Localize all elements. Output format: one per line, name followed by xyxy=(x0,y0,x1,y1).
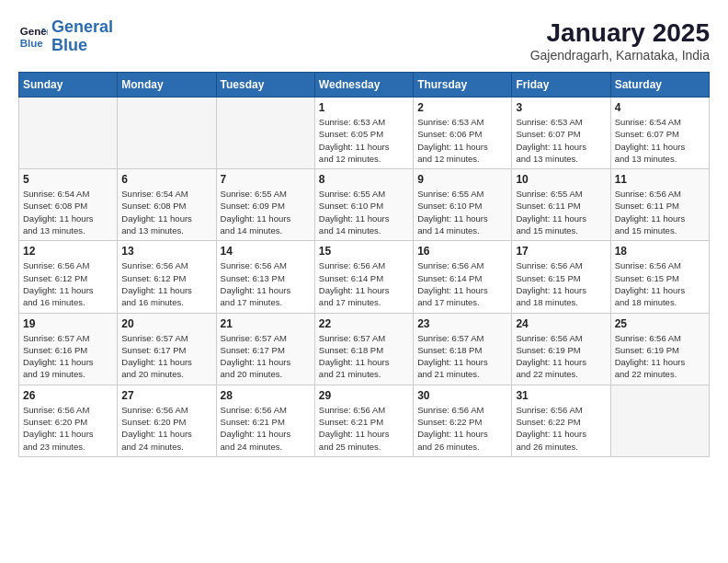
weekday-header-sunday: Sunday xyxy=(19,73,118,98)
calendar-cell: 17Sunrise: 6:56 AM Sunset: 6:15 PM Dayli… xyxy=(512,241,610,313)
calendar-week-row: 19Sunrise: 6:57 AM Sunset: 6:16 PM Dayli… xyxy=(19,313,710,385)
calendar-cell: 15Sunrise: 6:56 AM Sunset: 6:14 PM Dayli… xyxy=(314,241,413,313)
logo-icon: General Blue xyxy=(18,22,48,52)
calendar-week-row: 1Sunrise: 6:53 AM Sunset: 6:05 PM Daylig… xyxy=(19,98,710,169)
day-number: 31 xyxy=(516,389,606,402)
day-info: Sunrise: 6:56 AM Sunset: 6:13 PM Dayligh… xyxy=(221,259,311,308)
svg-text:Blue: Blue xyxy=(20,37,44,48)
calendar-cell: 4Sunrise: 6:54 AM Sunset: 6:07 PM Daylig… xyxy=(610,98,709,169)
location-subtitle: Gajendragarh, Karnataka, India xyxy=(530,48,710,63)
calendar-cell: 21Sunrise: 6:57 AM Sunset: 6:17 PM Dayli… xyxy=(216,313,314,385)
day-info: Sunrise: 6:56 AM Sunset: 6:14 PM Dayligh… xyxy=(319,259,409,308)
day-info: Sunrise: 6:56 AM Sunset: 6:19 PM Dayligh… xyxy=(615,332,705,381)
day-info: Sunrise: 6:55 AM Sunset: 6:11 PM Dayligh… xyxy=(516,188,606,236)
day-number: 17 xyxy=(516,245,606,258)
day-number: 30 xyxy=(417,389,507,402)
day-info: Sunrise: 6:53 AM Sunset: 6:06 PM Dayligh… xyxy=(417,116,507,165)
day-number: 21 xyxy=(221,317,311,330)
day-info: Sunrise: 6:57 AM Sunset: 6:18 PM Dayligh… xyxy=(319,332,409,381)
day-info: Sunrise: 6:53 AM Sunset: 6:07 PM Dayligh… xyxy=(516,116,606,165)
calendar-cell: 22Sunrise: 6:57 AM Sunset: 6:18 PM Dayli… xyxy=(314,313,413,385)
day-number: 13 xyxy=(121,245,211,258)
calendar-cell xyxy=(19,98,118,169)
day-number: 1 xyxy=(319,101,409,114)
weekday-header-thursday: Thursday xyxy=(414,73,512,98)
calendar-cell: 23Sunrise: 6:57 AM Sunset: 6:18 PM Dayli… xyxy=(414,313,512,385)
calendar-week-row: 5Sunrise: 6:54 AM Sunset: 6:08 PM Daylig… xyxy=(19,169,710,241)
day-number: 10 xyxy=(516,173,606,186)
day-info: Sunrise: 6:56 AM Sunset: 6:12 PM Dayligh… xyxy=(23,259,113,308)
svg-text:General: General xyxy=(20,26,48,37)
day-number: 12 xyxy=(23,245,113,258)
day-info: Sunrise: 6:57 AM Sunset: 6:17 PM Dayligh… xyxy=(121,332,211,381)
logo-text: GeneralBlue xyxy=(51,18,113,55)
day-number: 9 xyxy=(417,173,507,186)
calendar-cell: 27Sunrise: 6:56 AM Sunset: 6:20 PM Dayli… xyxy=(118,385,216,456)
calendar-cell: 1Sunrise: 6:53 AM Sunset: 6:05 PM Daylig… xyxy=(314,98,413,169)
day-info: Sunrise: 6:57 AM Sunset: 6:16 PM Dayligh… xyxy=(23,332,113,381)
day-info: Sunrise: 6:55 AM Sunset: 6:10 PM Dayligh… xyxy=(417,188,507,236)
day-number: 22 xyxy=(319,317,409,330)
calendar-cell: 5Sunrise: 6:54 AM Sunset: 6:08 PM Daylig… xyxy=(19,169,118,241)
day-number: 7 xyxy=(221,173,311,186)
day-info: Sunrise: 6:57 AM Sunset: 6:17 PM Dayligh… xyxy=(221,332,311,381)
day-number: 29 xyxy=(319,389,409,402)
calendar-cell: 29Sunrise: 6:56 AM Sunset: 6:21 PM Dayli… xyxy=(314,385,413,456)
day-info: Sunrise: 6:56 AM Sunset: 6:20 PM Dayligh… xyxy=(121,404,211,453)
day-info: Sunrise: 6:54 AM Sunset: 6:08 PM Dayligh… xyxy=(121,188,211,236)
calendar-cell: 3Sunrise: 6:53 AM Sunset: 6:07 PM Daylig… xyxy=(512,98,610,169)
day-info: Sunrise: 6:56 AM Sunset: 6:19 PM Dayligh… xyxy=(516,332,606,381)
calendar-cell: 2Sunrise: 6:53 AM Sunset: 6:06 PM Daylig… xyxy=(414,98,512,169)
calendar-cell: 28Sunrise: 6:56 AM Sunset: 6:21 PM Dayli… xyxy=(216,385,314,456)
weekday-header-friday: Friday xyxy=(512,73,610,98)
day-number: 16 xyxy=(417,245,507,258)
day-info: Sunrise: 6:54 AM Sunset: 6:07 PM Dayligh… xyxy=(615,116,705,165)
day-number: 25 xyxy=(615,317,705,330)
weekday-header-monday: Monday xyxy=(118,73,216,98)
day-number: 6 xyxy=(121,173,211,186)
weekday-header-wednesday: Wednesday xyxy=(314,73,413,98)
day-info: Sunrise: 6:56 AM Sunset: 6:22 PM Dayligh… xyxy=(516,404,606,453)
day-info: Sunrise: 6:55 AM Sunset: 6:09 PM Dayligh… xyxy=(221,188,311,236)
calendar-cell: 9Sunrise: 6:55 AM Sunset: 6:10 PM Daylig… xyxy=(414,169,512,241)
day-number: 11 xyxy=(615,173,705,186)
day-info: Sunrise: 6:56 AM Sunset: 6:12 PM Dayligh… xyxy=(121,259,211,308)
weekday-header-tuesday: Tuesday xyxy=(216,73,314,98)
page-header: General Blue GeneralBlue January 2025 Ga… xyxy=(18,18,710,63)
calendar-week-row: 26Sunrise: 6:56 AM Sunset: 6:20 PM Dayli… xyxy=(19,385,710,456)
calendar-cell: 24Sunrise: 6:56 AM Sunset: 6:19 PM Dayli… xyxy=(512,313,610,385)
day-info: Sunrise: 6:54 AM Sunset: 6:08 PM Dayligh… xyxy=(23,188,113,236)
weekday-header-saturday: Saturday xyxy=(610,73,709,98)
day-number: 5 xyxy=(23,173,113,186)
day-number: 2 xyxy=(417,101,507,114)
day-info: Sunrise: 6:56 AM Sunset: 6:20 PM Dayligh… xyxy=(23,404,113,453)
calendar-cell: 6Sunrise: 6:54 AM Sunset: 6:08 PM Daylig… xyxy=(118,169,216,241)
calendar-cell: 31Sunrise: 6:56 AM Sunset: 6:22 PM Dayli… xyxy=(512,385,610,456)
calendar-week-row: 12Sunrise: 6:56 AM Sunset: 6:12 PM Dayli… xyxy=(19,241,710,313)
day-number: 3 xyxy=(516,101,606,114)
day-info: Sunrise: 6:56 AM Sunset: 6:22 PM Dayligh… xyxy=(417,404,507,453)
calendar-cell: 12Sunrise: 6:56 AM Sunset: 6:12 PM Dayli… xyxy=(19,241,118,313)
calendar-cell: 25Sunrise: 6:56 AM Sunset: 6:19 PM Dayli… xyxy=(610,313,709,385)
calendar-cell xyxy=(118,98,216,169)
day-number: 18 xyxy=(615,245,705,258)
day-info: Sunrise: 6:56 AM Sunset: 6:11 PM Dayligh… xyxy=(615,188,705,236)
calendar-cell: 16Sunrise: 6:56 AM Sunset: 6:14 PM Dayli… xyxy=(414,241,512,313)
calendar-cell: 26Sunrise: 6:56 AM Sunset: 6:20 PM Dayli… xyxy=(19,385,118,456)
calendar-cell: 11Sunrise: 6:56 AM Sunset: 6:11 PM Dayli… xyxy=(610,169,709,241)
calendar-cell xyxy=(610,385,709,456)
day-number: 23 xyxy=(417,317,507,330)
calendar-cell: 30Sunrise: 6:56 AM Sunset: 6:22 PM Dayli… xyxy=(414,385,512,456)
day-info: Sunrise: 6:56 AM Sunset: 6:21 PM Dayligh… xyxy=(221,404,311,453)
day-number: 14 xyxy=(221,245,311,258)
day-info: Sunrise: 6:55 AM Sunset: 6:10 PM Dayligh… xyxy=(319,188,409,236)
day-info: Sunrise: 6:53 AM Sunset: 6:05 PM Dayligh… xyxy=(319,116,409,165)
calendar-table: SundayMondayTuesdayWednesdayThursdayFrid… xyxy=(18,72,710,457)
calendar-cell: 19Sunrise: 6:57 AM Sunset: 6:16 PM Dayli… xyxy=(19,313,118,385)
month-title: January 2025 xyxy=(530,18,710,48)
title-block: January 2025 Gajendragarh, Karnataka, In… xyxy=(530,18,710,63)
day-info: Sunrise: 6:56 AM Sunset: 6:15 PM Dayligh… xyxy=(516,259,606,308)
calendar-cell: 20Sunrise: 6:57 AM Sunset: 6:17 PM Dayli… xyxy=(118,313,216,385)
day-info: Sunrise: 6:56 AM Sunset: 6:14 PM Dayligh… xyxy=(417,259,507,308)
day-info: Sunrise: 6:56 AM Sunset: 6:15 PM Dayligh… xyxy=(615,259,705,308)
